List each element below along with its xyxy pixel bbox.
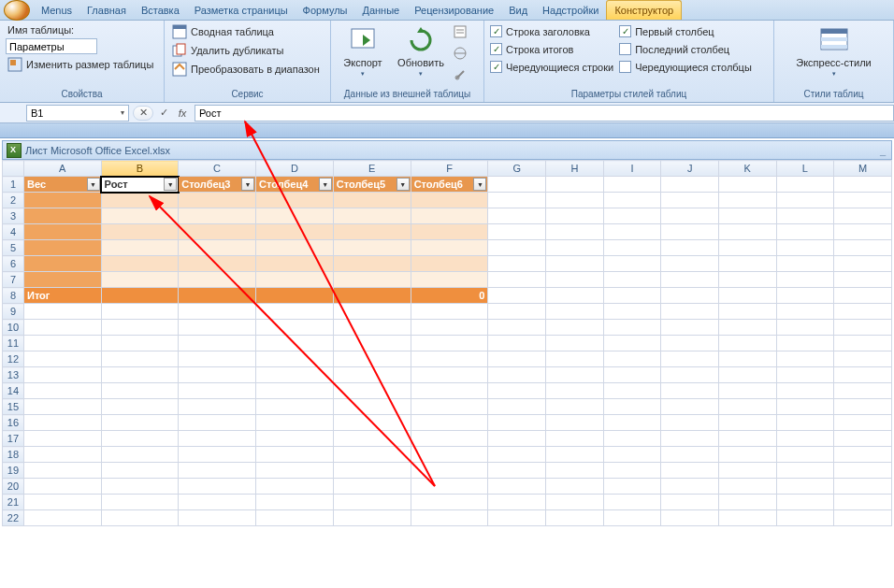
unlink-icon[interactable]	[453, 67, 468, 86]
pivot-table-button[interactable]: Сводная таблица	[170, 23, 324, 40]
tab-menus[interactable]: Menus	[34, 0, 79, 20]
col-header[interactable]: K	[718, 161, 776, 177]
col-header[interactable]: C	[179, 161, 256, 177]
workbook-titlebar[interactable]: Лист Microsoft Office Excel.xlsx _	[2, 140, 892, 160]
row-header[interactable]: 3	[3, 208, 24, 224]
pivot-table-icon	[172, 24, 187, 39]
row-header[interactable]: 12	[3, 351, 24, 367]
enter-button[interactable]: ✓	[155, 106, 172, 121]
table-header-cell[interactable]: Рост▼	[101, 177, 179, 193]
chk-banded-cols[interactable]: Чередующиеся столбцы	[619, 61, 752, 73]
table-header-cell[interactable]: Столбец5▼	[333, 177, 411, 193]
office-button[interactable]	[4, 0, 30, 21]
name-box[interactable]: B1 ▾	[26, 105, 129, 122]
filter-button[interactable]: ▼	[164, 178, 177, 191]
total-value-cell[interactable]: 0	[411, 288, 488, 304]
row-header[interactable]: 6	[3, 256, 24, 272]
table-row: 5	[3, 240, 892, 256]
col-header[interactable]: H	[546, 161, 604, 177]
tab-insert[interactable]: Вставка	[134, 0, 187, 20]
formula-input[interactable]	[195, 105, 894, 122]
row-header[interactable]: 17	[3, 431, 24, 447]
col-header[interactable]: L	[776, 161, 834, 177]
table-name-input[interactable]	[6, 38, 97, 54]
chk-header-row[interactable]: ✓Строка заголовка	[490, 25, 613, 37]
row-header[interactable]: 2	[3, 193, 24, 208]
row-header[interactable]: 4	[3, 224, 24, 240]
minimize-button[interactable]: _	[880, 145, 886, 156]
chk-first-col[interactable]: ✓Первый столбец	[619, 25, 752, 37]
properties-icon[interactable]	[453, 24, 468, 43]
tab-review[interactable]: Рецензирование	[407, 0, 501, 20]
table-header-cell[interactable]: Столбец6▼	[411, 177, 488, 193]
row-header[interactable]: 13	[3, 367, 24, 383]
refresh-button[interactable]: Обновить ▾	[395, 23, 447, 87]
dropdown-icon: ▾	[419, 70, 423, 78]
row-header[interactable]: 10	[3, 320, 24, 336]
row-header[interactable]: 22	[3, 510, 24, 526]
col-header[interactable]: M	[834, 161, 892, 177]
row-header[interactable]: 18	[3, 447, 24, 463]
tab-design[interactable]: Конструктор	[606, 0, 682, 20]
svg-rect-15	[821, 29, 847, 34]
tab-view[interactable]: Вид	[501, 0, 535, 20]
tab-formulas[interactable]: Формулы	[296, 0, 355, 20]
filter-button[interactable]: ▼	[87, 178, 100, 191]
row-header[interactable]: 11	[3, 336, 24, 351]
row-header[interactable]: 14	[3, 383, 24, 399]
chk-last-col-label: Последний столбец	[635, 44, 729, 55]
chk-total-row[interactable]: ✓Строка итогов	[490, 43, 613, 55]
fx-button[interactable]: fx	[174, 106, 191, 121]
filter-button[interactable]: ▼	[241, 178, 254, 191]
table-row: 7	[3, 272, 892, 288]
table-header-cell[interactable]: Столбец3▼	[179, 177, 256, 193]
col-header[interactable]: A	[23, 161, 101, 177]
row-header[interactable]: 9	[3, 304, 24, 320]
row-header[interactable]: 15	[3, 399, 24, 415]
tab-data[interactable]: Данные	[354, 0, 407, 20]
open-browser-icon[interactable]	[453, 46, 468, 65]
remove-duplicates-button[interactable]: Удалить дубликаты	[170, 42, 324, 59]
row-header[interactable]: 5	[3, 240, 24, 256]
col-header[interactable]: F	[411, 161, 488, 177]
row-header[interactable]: 21	[3, 495, 24, 510]
dropdown-icon[interactable]: ▾	[121, 108, 124, 117]
table-header-cell[interactable]: Столбец4▼	[256, 177, 334, 193]
total-label-cell[interactable]: Итог	[23, 288, 101, 304]
col-header[interactable]: I	[603, 161, 661, 177]
grid[interactable]: A B C D E F G H I J K L M 1 Вес▼ Рост▼ С…	[2, 160, 892, 526]
row-header[interactable]: 16	[3, 415, 24, 431]
convert-to-range-button[interactable]: Преобразовать в диапазон	[170, 61, 324, 78]
tab-page-layout[interactable]: Разметка страницы	[187, 0, 296, 20]
col-header[interactable]: D	[256, 161, 334, 177]
col-header[interactable]: B	[101, 161, 179, 177]
cancel-button[interactable]: ✕	[133, 106, 153, 121]
row-header[interactable]: 20	[3, 479, 24, 495]
resize-table-button[interactable]: Изменить размер таблицы	[6, 56, 158, 73]
chk-banded-rows[interactable]: ✓Чередующиеся строки	[490, 61, 613, 73]
filter-button[interactable]: ▼	[473, 178, 486, 191]
col-header[interactable]: E	[333, 161, 411, 177]
chk-banded-cols-label: Чередующиеся столбцы	[635, 62, 752, 73]
select-all-corner[interactable]	[3, 161, 24, 177]
export-button[interactable]: Экспорт ▾	[337, 23, 389, 87]
chk-last-col[interactable]: Последний столбец	[619, 43, 752, 55]
table-header-cell[interactable]: Вес▼	[23, 177, 101, 193]
resize-table-label: Изменить размер таблицы	[26, 59, 153, 70]
row-header[interactable]: 19	[3, 463, 24, 479]
col-header[interactable]: J	[661, 161, 719, 177]
row-header[interactable]: 7	[3, 272, 24, 288]
refresh-icon	[406, 25, 436, 55]
filter-button[interactable]: ▼	[319, 178, 332, 191]
svg-rect-8	[454, 26, 466, 37]
filter-button[interactable]: ▼	[397, 178, 410, 191]
convert-to-range-label: Преобразовать в диапазон	[191, 64, 320, 75]
quick-styles-button[interactable]: Экспресс-стили ▾	[792, 23, 876, 87]
col-header[interactable]: G	[488, 161, 546, 177]
row-header[interactable]: 8	[3, 288, 24, 304]
row-header[interactable]: 1	[3, 177, 24, 193]
dropdown-icon: ▾	[361, 70, 365, 78]
tab-home[interactable]: Главная	[79, 0, 134, 20]
tab-addins[interactable]: Надстройки	[535, 0, 606, 20]
group-title-style-options: Параметры стилей таблиц	[490, 87, 768, 102]
